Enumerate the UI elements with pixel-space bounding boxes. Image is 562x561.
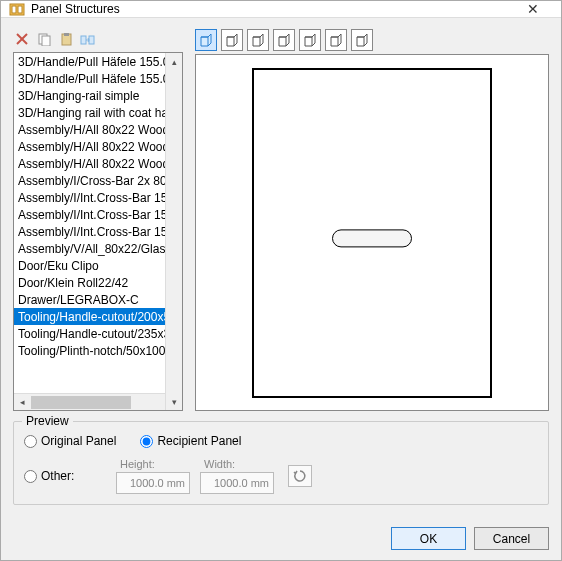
- close-button[interactable]: ✕: [513, 1, 553, 17]
- list-item[interactable]: 3D/Handle/Pull Häfele 155.02.34: [14, 53, 182, 70]
- view-right-button[interactable]: [273, 29, 295, 51]
- paste-icon[interactable]: [57, 30, 75, 48]
- view-front-button[interactable]: [195, 29, 217, 51]
- list-item[interactable]: Door/Eku Clipo: [14, 257, 182, 274]
- scroll-down-icon[interactable]: ▾: [166, 393, 182, 410]
- app-icon: [9, 1, 25, 17]
- panel-structures-dialog: Panel Structures ✕ 3D/Handle/Pull Häfele…: [0, 0, 562, 561]
- preview-canvas[interactable]: [195, 54, 549, 411]
- width-label: Width:: [204, 458, 235, 470]
- height-label: Height:: [120, 458, 155, 470]
- dialog-footer: OK Cancel: [1, 517, 561, 560]
- handle-cutout-shape: [332, 229, 412, 247]
- left-pane: 3D/Handle/Pull Häfele 155.02.343D/Handle…: [13, 28, 183, 411]
- list-toolbar: [13, 28, 183, 50]
- list-item[interactable]: 3D/Hanging rail with coat hang.: [14, 104, 182, 121]
- svg-rect-8: [64, 33, 69, 36]
- svg-rect-2: [18, 6, 22, 13]
- list-item[interactable]: Assembly/V/All_80x22/Glass 8mm: [14, 240, 182, 257]
- window-title: Panel Structures: [31, 2, 513, 16]
- refresh-button[interactable]: [288, 465, 312, 487]
- view-back-button[interactable]: [221, 29, 243, 51]
- view-bottom-button[interactable]: [325, 29, 347, 51]
- list-item[interactable]: Tooling/Plinth-notch/50x100: [14, 342, 182, 359]
- horizontal-scrollbar[interactable]: ◂ ▸: [14, 393, 182, 410]
- view-top-button[interactable]: [299, 29, 321, 51]
- vertical-scrollbar[interactable]: ▴ ▾: [165, 53, 182, 410]
- svg-rect-9: [81, 36, 86, 44]
- expand-icon[interactable]: [79, 30, 97, 48]
- cancel-button[interactable]: Cancel: [474, 527, 549, 550]
- svg-rect-1: [12, 6, 16, 13]
- scroll-up-icon[interactable]: ▴: [166, 53, 182, 70]
- original-panel-radio[interactable]: Original Panel: [24, 434, 116, 448]
- list-item[interactable]: 3D/Handle/Pull Häfele 155.02.34: [14, 70, 182, 87]
- structure-list-container: 3D/Handle/Pull Häfele 155.02.343D/Handle…: [13, 52, 183, 411]
- view-left-button[interactable]: [247, 29, 269, 51]
- delete-icon[interactable]: [13, 30, 31, 48]
- list-item[interactable]: Door/Klein Roll22/42: [14, 274, 182, 291]
- view-toolbar: [195, 28, 549, 52]
- recipient-panel-radio[interactable]: Recipient Panel: [140, 434, 241, 448]
- list-item[interactable]: Drawer/LEGRABOX-C: [14, 291, 182, 308]
- other-radio[interactable]: Other:: [24, 469, 106, 483]
- list-item[interactable]: Assembly/H/All 80x22 Wood/Top: [14, 138, 182, 155]
- list-item[interactable]: Assembly/H/All 80x22 Wood/Top: [14, 155, 182, 172]
- svg-rect-10: [89, 36, 94, 44]
- copy-icon[interactable]: [35, 30, 53, 48]
- ok-button[interactable]: OK: [391, 527, 466, 550]
- list-item[interactable]: Tooling/Handle-cutout/235x30/to: [14, 325, 182, 342]
- content-area: 3D/Handle/Pull Häfele 155.02.343D/Handle…: [1, 18, 561, 517]
- list-item[interactable]: Assembly/H/All 80x22 Wood/Int.: [14, 121, 182, 138]
- svg-rect-6: [42, 36, 50, 46]
- structure-list[interactable]: 3D/Handle/Pull Häfele 155.02.343D/Handle…: [14, 53, 182, 393]
- panel-outline: [252, 68, 492, 398]
- preview-group: Preview Original Panel Recipient Panel O…: [13, 421, 549, 505]
- h-scroll-thumb[interactable]: [31, 396, 131, 409]
- list-item[interactable]: Assembly/I/Int.Cross-Bar 15x15: [14, 189, 182, 206]
- list-item[interactable]: 3D/Hanging-rail simple: [14, 87, 182, 104]
- scroll-left-icon[interactable]: ◂: [14, 394, 31, 410]
- preview-legend: Preview: [22, 414, 73, 428]
- list-item[interactable]: Tooling/Handle-cutout/200x50/ce: [14, 308, 182, 325]
- right-pane: [195, 28, 549, 411]
- titlebar: Panel Structures ✕: [1, 1, 561, 18]
- list-item[interactable]: Assembly/I/Int.Cross-Bar 15x15: [14, 223, 182, 240]
- height-field[interactable]: 1000.0 mm: [116, 472, 190, 494]
- list-item[interactable]: Assembly/I/Int.Cross-Bar 15x15: [14, 206, 182, 223]
- width-field[interactable]: 1000.0 mm: [200, 472, 274, 494]
- list-item[interactable]: Assembly/I/Cross-Bar 2x 80 Pan.: [14, 172, 182, 189]
- view-iso-button[interactable]: [351, 29, 373, 51]
